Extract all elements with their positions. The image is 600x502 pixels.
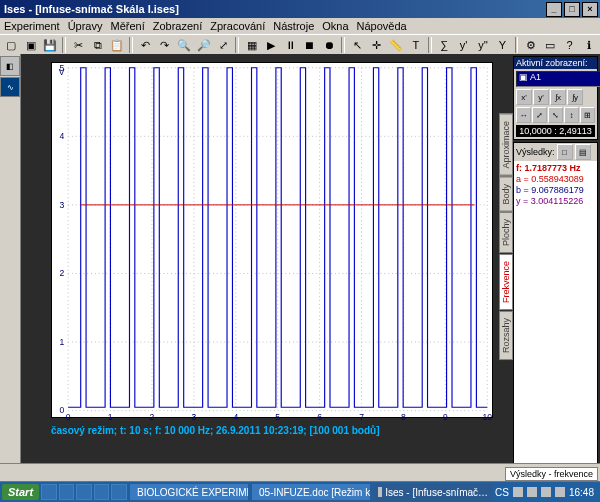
window-icon[interactable]: ▭ [541, 36, 559, 55]
plot-area: 012345V012345678910 časový režim; t: 10 … [21, 54, 511, 56]
grid-icon[interactable]: ▦ [242, 36, 260, 55]
fx-icon[interactable]: ∑ [435, 36, 453, 55]
menu-zobrazeni[interactable]: Zobrazení [153, 20, 203, 32]
right-panel: Aktivní zobrazení: ▣ A1 x' y' ∫x ∫y ↔ ⤢ … [511, 54, 600, 56]
record-icon[interactable]: ⏺ [320, 36, 338, 55]
y2-icon[interactable]: y'' [474, 36, 492, 55]
minimize-button[interactable]: _ [546, 2, 562, 17]
fit-icon[interactable]: ⤢ [214, 36, 232, 55]
menu-nastroje[interactable]: Nástroje [273, 20, 314, 32]
y1-icon[interactable]: y' [454, 36, 472, 55]
y3-icon[interactable]: Y [493, 36, 511, 55]
zoom-in-icon[interactable]: 🔍 [175, 36, 193, 55]
pause-icon[interactable]: ⏸ [281, 36, 299, 55]
text-icon[interactable]: T [407, 36, 425, 55]
close-button[interactable]: × [582, 2, 598, 17]
menu-zpracovani[interactable]: Zpracování [210, 20, 265, 32]
settings-icon[interactable]: ⚙ [521, 36, 539, 55]
menu-napoveda[interactable]: Nápověda [357, 20, 407, 32]
window-title: Ises - [Infuse-snímač Skála I.ises] [2, 3, 544, 15]
new-icon[interactable]: ▢ [2, 36, 20, 55]
play-icon[interactable]: ▶ [262, 36, 280, 55]
help-icon[interactable]: ? [560, 36, 578, 55]
menu-upravy[interactable]: Úpravy [68, 20, 103, 32]
left-toolbox: ◧ ∿ [0, 54, 21, 56]
title-bar: Ises - [Infuse-snímač Skála I.ises] _ □ … [0, 0, 600, 18]
open-icon[interactable]: ▣ [21, 36, 39, 55]
undo-icon[interactable]: ↶ [136, 36, 154, 55]
ruler-icon[interactable]: 📏 [387, 36, 405, 55]
menu-bar: Experiment Úpravy Měření Zobrazení Zprac… [0, 18, 600, 34]
zoom-out-icon[interactable]: 🔎 [195, 36, 213, 55]
maximize-button[interactable]: □ [564, 2, 580, 17]
info-icon[interactable]: ℹ [580, 36, 598, 55]
cut-icon[interactable]: ✂ [69, 36, 87, 55]
stop-icon[interactable]: ⏹ [301, 36, 319, 55]
redo-icon[interactable]: ↷ [156, 36, 174, 55]
menu-okna[interactable]: Okna [322, 20, 348, 32]
paste-icon[interactable]: 📋 [108, 36, 126, 55]
menu-experiment[interactable]: Experiment [4, 20, 60, 32]
crosshair-icon[interactable]: ✛ [368, 36, 386, 55]
toolbar: ▢▣💾✂⧉📋↶↷🔍🔎⤢▦▶⏸⏹⏺↖✛📏T∑y'y''Y⚙▭?ℹ [0, 34, 600, 56]
save-icon[interactable]: 💾 [41, 36, 59, 55]
copy-icon[interactable]: ⧉ [89, 36, 107, 55]
menu-mereni[interactable]: Měření [110, 20, 144, 32]
cursor-icon[interactable]: ↖ [348, 36, 366, 55]
